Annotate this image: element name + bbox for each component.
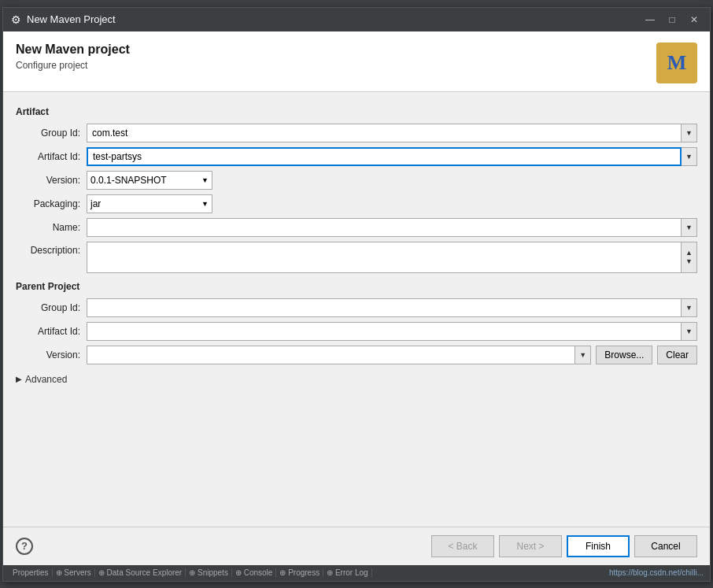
artifact-name-input[interactable] [87,218,682,237]
new-maven-project-window: ⚙ New Maven Project — □ ✕ New Maven proj… [2,7,711,582]
artifact-id-row: Artifact Id: ▼ [16,147,697,166]
artifact-name-field: ▼ [87,218,697,237]
status-snippets[interactable]: ⊕ Snippets [186,568,232,577]
artifact-packaging-select[interactable]: jar ▼ [87,194,212,213]
artifact-id-label: Artifact Id: [16,151,87,162]
parent-version-dropdown[interactable]: ▼ [575,346,591,364]
next-button[interactable]: Next > [499,535,562,557]
title-bar-controls: — □ ✕ [641,12,704,28]
status-data-source[interactable]: ⊕ Data Source Explorer [95,568,186,577]
artifact-group-id-dropdown[interactable]: ▼ [682,124,697,142]
parent-version-label: Version: [16,349,87,361]
window-title: New Maven Project [27,13,641,25]
artifact-description-input[interactable] [87,242,682,273]
advanced-label: Advanced [25,374,67,385]
artifact-section-label: Artifact [16,106,697,117]
artifact-name-row: Name: ▼ [16,218,697,237]
artifact-version-arrow: ▼ [201,176,209,184]
parent-group-id-label: Group Id: [16,302,87,313]
parent-version-input-wrap: ▼ [87,346,591,364]
maximize-button[interactable]: □ [663,12,682,28]
artifact-description-label: Description: [16,242,87,256]
status-servers[interactable]: ⊕ Servers [53,568,95,577]
advanced-arrow-icon: ▶ [16,375,22,383]
artifact-name-dropdown[interactable]: ▼ [682,218,697,237]
artifact-group-id-field: ▼ [87,124,697,142]
parent-group-id-field: ▼ [87,298,697,317]
status-progress[interactable]: ⊕ Progress [276,568,323,577]
parent-group-id-dropdown[interactable]: ▼ [682,298,697,317]
footer-buttons: < Back Next > Finish Cancel [431,535,697,557]
artifact-description-row: Description: ▲ ▼ [16,242,697,273]
dialog-footer: ? < Back Next > Finish Cancel [3,527,710,565]
artifact-group-id-row: Group Id: ▼ [16,124,697,142]
dialog-header-text: New Maven project Configure project [16,43,130,71]
artifact-packaging-label: Packaging: [16,198,87,209]
close-button[interactable]: ✕ [685,12,704,28]
parent-artifact-id-input[interactable] [87,322,682,341]
back-button[interactable]: < Back [431,535,494,557]
status-url: https://blog.csdn.net/chilli... [609,568,704,577]
artifact-packaging-arrow: ▼ [201,200,209,208]
artifact-version-value: 0.0.1-SNAPSHOT [91,175,167,186]
scroll-up-icon: ▲ [685,250,693,257]
dialog-subtitle: Configure project [16,60,130,71]
parent-version-controls: ▼ Browse... Clear [87,346,697,364]
parent-version-row: Version: ▼ Browse... Clear [16,346,697,364]
artifact-id-field: ▼ [87,147,697,166]
maven-icon: M [656,43,697,83]
browse-button[interactable]: Browse... [596,346,652,364]
artifact-version-label: Version: [16,175,87,186]
artifact-id-dropdown[interactable]: ▼ [682,147,697,166]
parent-group-id-row: Group Id: ▼ [16,298,697,317]
clear-button[interactable]: Clear [657,346,697,364]
status-items: Properties ⊕ Servers ⊕ Data Source Explo… [9,568,704,577]
artifact-description-scroll-buttons[interactable]: ▲ ▼ [682,242,697,273]
parent-artifact-id-label: Artifact Id: [16,326,87,337]
artifact-group-id-input[interactable] [87,124,682,142]
parent-group-id-input[interactable] [87,298,682,317]
artifact-description-field: ▲ ▼ [87,242,697,273]
dialog-title: New Maven project [16,43,130,57]
dialog-content: Artifact Group Id: ▼ Artifact Id: ▼ Vers… [3,92,710,527]
artifact-version-select[interactable]: 0.0.1-SNAPSHOT ▼ [87,171,212,190]
parent-artifact-id-field: ▼ [87,322,697,341]
artifact-id-input[interactable] [87,147,682,166]
finish-button[interactable]: Finish [567,535,630,557]
artifact-packaging-row: Packaging: jar ▼ [16,194,697,213]
status-bar: Properties ⊕ Servers ⊕ Data Source Explo… [3,565,710,581]
parent-artifact-id-row: Artifact Id: ▼ [16,322,697,341]
status-console[interactable]: ⊕ Console [232,568,276,577]
title-bar: ⚙ New Maven Project — □ ✕ [3,8,710,31]
status-properties[interactable]: Properties [9,568,53,577]
artifact-group-id-label: Group Id: [16,128,87,139]
artifact-version-row: Version: 0.0.1-SNAPSHOT ▼ [16,171,697,190]
scroll-down-icon: ▼ [685,258,693,265]
parent-project-section: Parent Project Group Id: ▼ Artifact Id: … [16,281,697,364]
status-error-log[interactable]: ⊕ Error Log [323,568,371,577]
dialog-header: New Maven project Configure project M [3,31,710,92]
parent-artifact-id-dropdown[interactable]: ▼ [682,322,697,341]
window-icon: ⚙ [9,13,22,26]
help-button[interactable]: ? [16,538,33,555]
minimize-button[interactable]: — [641,12,659,28]
parent-version-input[interactable] [87,346,575,364]
artifact-name-label: Name: [16,222,87,233]
advanced-section[interactable]: ▶ Advanced [16,374,697,385]
cancel-button[interactable]: Cancel [634,535,697,557]
artifact-packaging-value: jar [91,198,101,209]
parent-project-label: Parent Project [16,281,697,292]
